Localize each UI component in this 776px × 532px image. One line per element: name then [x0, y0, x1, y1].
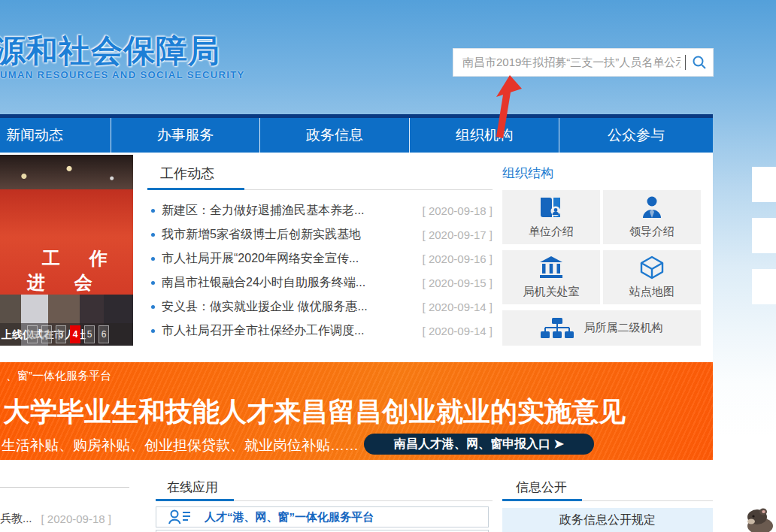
news-link[interactable]: 市人社局召开全市社保经办工作调度...	[162, 323, 423, 339]
floating-widget-2[interactable]	[752, 218, 776, 253]
floating-widget-3[interactable]	[752, 269, 776, 304]
news-row[interactable]: 市人社局开展“2020年网络安全宣传... [ 2020-09-16 ]	[147, 246, 493, 271]
org-structure-title: 组织结构	[502, 165, 553, 182]
main-nav: 新闻动态 办事服务 政务信息 组织机构 公众参与	[0, 118, 713, 153]
bullet-icon	[151, 233, 155, 237]
nav-item-services[interactable]: 办事服务	[111, 118, 260, 153]
bank-icon	[538, 255, 564, 280]
news-row[interactable]: 我市新增5家省级博士后创新实践基地 [ 2020-09-17 ]	[147, 222, 493, 246]
news-date: [ 2020-09-16 ]	[423, 252, 493, 265]
carousel-slide-image: 工 作 进 会	[0, 189, 133, 295]
card-label: 局所属二级机构	[584, 321, 663, 335]
news-row[interactable]: 市人社局召开全市社保经办工作调度... [ 2020-09-14 ]	[147, 319, 493, 343]
site-logo-subtitle: UMAN RESOURCES AND SOCIAL SECURITY	[0, 69, 245, 80]
corner-animal-photo	[741, 503, 776, 532]
bottom-left-news-row[interactable]: 兵教... [ 2020-09-18 ]	[0, 512, 129, 526]
card-unit-intro[interactable]: 单位介绍	[502, 190, 600, 244]
news-date: [ 2020-09-14 ]	[423, 301, 493, 313]
search-button[interactable]	[686, 49, 713, 76]
red-arrow-annotation	[481, 74, 523, 141]
search-input[interactable]	[453, 56, 685, 69]
tab-work-news[interactable]: 工作动态	[160, 165, 214, 183]
content-panel: 工 作 进 会 上线仪式在市人社 1 2 3 4 5 6 工作动态	[0, 153, 713, 532]
news-link[interactable]: 安义县：做实就业援企业 做优服务惠...	[162, 299, 423, 315]
bottom-left-divider	[0, 487, 129, 488]
pager-item-1[interactable]: 1	[27, 325, 38, 343]
banner-apply-button[interactable]: 南昌人才港、网、窗申报入口 ➤	[364, 434, 594, 455]
floating-widget-1[interactable]	[752, 167, 776, 202]
carousel-pager: 1 2 3 4 5 6	[27, 325, 109, 343]
online-apps-title: 在线应用	[167, 479, 218, 496]
card-site-map[interactable]: 站点地图	[603, 250, 701, 304]
bullet-icon	[151, 305, 155, 309]
bottom-left-news-date: [ 2020-09-18 ]	[41, 512, 111, 525]
slide-text-line1: 工 作	[42, 246, 120, 271]
pager-item-2[interactable]: 2	[41, 325, 52, 343]
contact-card-icon	[168, 509, 191, 524]
book-icon	[538, 195, 565, 219]
bullet-icon	[151, 281, 155, 285]
promo-banner[interactable]: 、窗”一体化服务平台 大学毕业生和技能人才来昌留昌创业就业的实施意见 生活补贴、…	[0, 362, 713, 460]
card-label: 站点地图	[629, 285, 674, 299]
news-link[interactable]: 市人社局开展“2020年网络安全宣传...	[162, 251, 423, 267]
card-bureau-offices[interactable]: 局机关处室	[502, 250, 600, 304]
online-apps-underline	[156, 499, 234, 501]
card-label: 单位介绍	[529, 225, 574, 239]
pager-item-5[interactable]: 5	[84, 325, 95, 343]
news-row[interactable]: 南昌市社银融合24小时自助服务终端... [ 2020-09-15 ]	[147, 271, 493, 295]
carousel-caption-bar: 上线仪式在市人社 1 2 3 4 5 6	[0, 323, 133, 346]
nav-item-gov-info[interactable]: 政务信息	[260, 118, 410, 153]
card-label: 局机关处室	[523, 285, 580, 299]
page: 源和社会保障局 UMAN RESOURCES AND SOCIAL SECURI…	[0, 0, 776, 532]
info-public-underline	[502, 499, 582, 501]
orgchart-icon	[541, 317, 574, 340]
carousel[interactable]: 工 作 进 会 上线仪式在市人社 1 2 3 4 5 6	[0, 155, 133, 346]
bullet-icon	[151, 209, 155, 213]
nav-item-participation[interactable]: 公众参与	[559, 118, 713, 153]
info-public-title: 信息公开	[516, 479, 567, 496]
carousel-stage-lights	[0, 155, 133, 189]
pager-item-6[interactable]: 6	[99, 325, 109, 343]
news-link[interactable]: 我市新增5家省级博士后创新实践基地	[162, 227, 423, 243]
pager-item-3[interactable]: 3	[56, 325, 66, 343]
news-tab-underline	[147, 188, 244, 190]
bullet-icon	[151, 329, 155, 333]
news-date: [ 2020-09-15 ]	[423, 277, 493, 289]
pager-item-4-active[interactable]: 4	[70, 325, 80, 343]
banner-headline: 大学毕业生和技能人才来昌留昌创业就业的实施意见	[3, 394, 626, 431]
news-date: [ 2020-09-14 ]	[423, 325, 493, 337]
bullet-icon	[151, 257, 155, 261]
bottom-left-news-title[interactable]: 兵教...	[0, 512, 32, 526]
card-subordinate-institutions[interactable]: 局所属二级机构	[502, 310, 701, 346]
news-row[interactable]: 安义县：做实就业援企业 做优服务惠... [ 2020-09-14 ]	[147, 295, 493, 319]
news-link[interactable]: 新建区：全力做好退捕渔民基本养老...	[162, 203, 423, 219]
news-link[interactable]: 南昌市社银融合24小时自助服务终端...	[162, 275, 423, 291]
news-row[interactable]: 新建区：全力做好退捕渔民基本养老... [ 2020-09-18 ]	[147, 198, 493, 222]
banner-subtext: 生活补贴、购房补贴、创业担保贷款、就业岗位补贴……	[2, 436, 359, 455]
online-app-item[interactable]: 人才“港、网、窗”一体化服务平台	[156, 506, 489, 527]
slide-text-line2: 进 会	[27, 271, 105, 295]
cube-icon	[639, 255, 665, 280]
search-box	[453, 48, 714, 77]
card-label: 领导介绍	[629, 225, 674, 239]
info-public-item[interactable]: 政务信息公开规定	[502, 508, 713, 532]
news-date: [ 2020-09-18 ]	[423, 204, 493, 217]
card-leader-intro[interactable]: 领导介绍	[603, 190, 701, 244]
online-app-label[interactable]: 人才“港、网、窗”一体化服务平台	[205, 510, 374, 524]
news-date: [ 2020-09-17 ]	[423, 228, 493, 241]
site-logo-title: 源和社会保障局	[0, 30, 220, 72]
banner-top-text: 、窗”一体化服务平台	[6, 369, 111, 383]
person-icon	[641, 195, 663, 219]
search-icon	[692, 55, 707, 70]
nav-item-news[interactable]: 新闻动态	[0, 118, 111, 153]
news-list: 新建区：全力做好退捕渔民基本养老... [ 2020-09-18 ] 我市新增5…	[147, 198, 493, 343]
